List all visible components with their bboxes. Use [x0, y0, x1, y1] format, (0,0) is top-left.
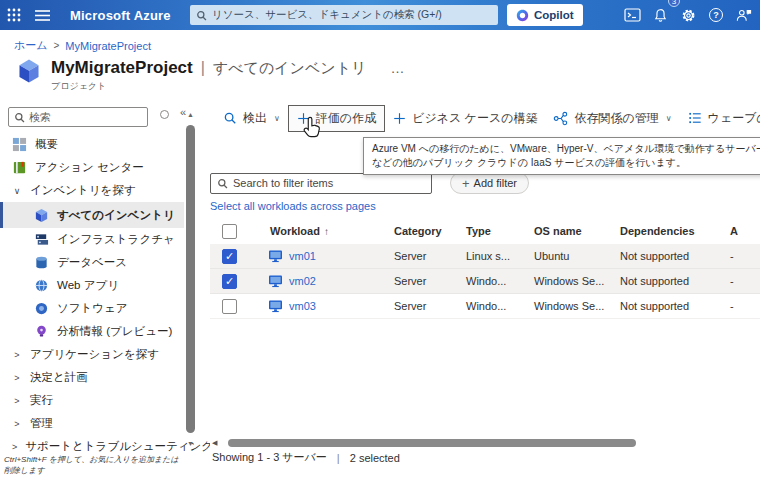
resource-type-label: プロジェクト [51, 80, 404, 93]
nav-item-label: 概要 [35, 137, 58, 152]
title-separator: | [201, 59, 205, 77]
discover-button[interactable]: 検出 ∨ [215, 106, 288, 131]
column-header-workload[interactable]: Workload [270, 225, 320, 237]
copilot-label: Copilot [534, 9, 574, 21]
cell-type: Linux s... [466, 250, 534, 262]
command-label: ビジネス ケースの構築 [412, 110, 537, 127]
nav-item-insights[interactable]: 分析情報 (プレビュー) [0, 320, 184, 343]
column-header-assessment[interactable]: A [730, 225, 760, 237]
build-business-case-button[interactable]: ビジネス ケースの構築 [385, 106, 545, 131]
notifications-bell-icon[interactable]: 3 [646, 0, 674, 30]
scroll-down-arrow-icon[interactable]: ▼ [186, 440, 195, 447]
workload-link[interactable]: vm02 [289, 275, 316, 287]
topbar-actions: 3 ? [618, 0, 758, 30]
nav-item-label: サポートとトラブルシューティング [25, 439, 213, 454]
cell-assessment: - [730, 250, 760, 262]
workload-link[interactable]: vm03 [289, 300, 316, 312]
cell-type: Windo... [466, 275, 534, 287]
nav-search-input[interactable]: 検索 [8, 107, 148, 127]
table-status-bar: Showing 1 - 3 サーバー | 2 selected [212, 450, 400, 465]
scroll-up-arrow-icon[interactable]: ▲ [186, 111, 195, 118]
select-all-checkbox[interactable] [222, 224, 237, 239]
create-assessment-button[interactable]: 評価の作成 [288, 105, 385, 132]
chevron-right-icon: > [12, 396, 22, 406]
cell-assessment: - [730, 275, 760, 287]
copilot-icon [516, 9, 529, 22]
nav-item-infrastructure[interactable]: インフラストラクチャ [0, 228, 184, 251]
cell-category: Server [394, 275, 466, 287]
brand-title[interactable]: Microsoft Azure [70, 8, 171, 23]
software-icon [34, 301, 49, 316]
hamburger-menu-icon[interactable] [28, 0, 56, 30]
vm-icon [268, 250, 283, 263]
sidebar-scrollbar-thumb[interactable] [186, 125, 195, 433]
nav-item-action-center[interactable]: アクション センター [0, 156, 184, 179]
column-header-category[interactable]: Category [394, 225, 466, 237]
workload-link[interactable]: vm01 [289, 250, 316, 262]
cloud-shell-icon[interactable] [618, 0, 646, 30]
inventory-cube-icon [34, 208, 49, 223]
nav-pin-icon[interactable] [160, 110, 169, 119]
nav-item-label: すべてのインベントリ [57, 208, 175, 223]
page-header: MyMigrateProject | すべてのインベントリ … プロジェクト [16, 58, 404, 93]
more-menu-icon[interactable]: … [390, 60, 404, 76]
table-row[interactable]: vm01 Server Linux s... Ubuntu Not suppor… [210, 244, 760, 269]
copilot-button[interactable]: Copilot [507, 4, 583, 26]
add-filter-button[interactable]: + Add filter [450, 172, 529, 194]
chevron-right-icon: > [12, 350, 22, 360]
cell-category: Server [394, 250, 466, 262]
nav-item-overview[interactable]: 概要 [0, 133, 184, 156]
cell-category: Server [394, 300, 466, 312]
scroll-left-arrow-icon[interactable]: ◀ [212, 439, 217, 447]
create-wave-button[interactable]: ウェーブの作成 [680, 106, 760, 131]
column-header-os-name[interactable]: OS name [534, 225, 620, 237]
nav-item-list: 概要 アクション センター ∨ インベントリを探す すべてのインベントリ インフ… [0, 133, 184, 458]
breadcrumb-home-link[interactable]: ホーム [14, 38, 48, 53]
table-header-row: Workload ↑ Category Type OS name Depende… [210, 218, 760, 244]
manage-dependencies-button[interactable]: 依存関係の管理 ∨ [545, 106, 679, 131]
chevron-right-icon: > [12, 442, 17, 452]
sidebar-scrollbar[interactable]: ▲ ▼ [186, 113, 195, 447]
database-icon [34, 255, 49, 270]
nav-item-web-apps[interactable]: Web アプリ [0, 274, 184, 297]
row-checkbox[interactable] [222, 299, 237, 314]
nav-group-manage[interactable]: > 管理 [0, 412, 184, 435]
search-icon [14, 112, 25, 123]
nav-item-all-inventory[interactable]: すべてのインベントリ [0, 202, 184, 228]
favorites-shortcut-hint: Ctrl+Shift+F を押して、お気に入りを追加または削除します [4, 455, 186, 476]
scrollbar-thumb[interactable] [228, 439, 636, 447]
cell-dependencies: Not supported [620, 250, 730, 262]
row-checkbox[interactable] [222, 274, 237, 289]
table-row[interactable]: vm02 Server Windo... Windows Se... Not s… [210, 269, 760, 294]
nav-group-explore-inventory[interactable]: ∨ インベントリを探す [0, 179, 184, 202]
column-header-dependencies[interactable]: Dependencies [620, 225, 730, 237]
chevron-right-icon: > [12, 419, 22, 429]
table-horizontal-scrollbar[interactable]: ◀ [212, 438, 758, 448]
select-all-workloads-link[interactable]: Select all workloads across pages [210, 200, 376, 212]
plus-icon [393, 112, 406, 125]
nav-item-databases[interactable]: データベース [0, 251, 184, 274]
waffle-menu-icon[interactable] [0, 0, 28, 30]
nav-group-explore-applications[interactable]: > アプリケーションを探す [0, 343, 184, 366]
nav-group-execute[interactable]: > 実行 [0, 389, 184, 412]
scrollbar-track[interactable] [220, 439, 758, 447]
help-icon[interactable]: ? [702, 0, 730, 30]
nav-item-label: 管理 [30, 416, 53, 431]
filter-search-input[interactable]: Search to filter items [210, 173, 432, 194]
azure-top-bar: Microsoft Azure リソース、サービス、ドキュメントの検索 (G+/… [0, 0, 760, 30]
nav-item-label: ソフトウェア [57, 301, 128, 316]
discover-search-icon [223, 111, 237, 125]
feedback-icon[interactable] [730, 0, 758, 30]
cell-type: Windo... [466, 300, 534, 312]
add-filter-label: Add filter [474, 177, 517, 189]
chevron-down-icon: ∨ [666, 114, 672, 123]
global-search-input[interactable]: リソース、サービス、ドキュメントの検索 (G+/) [190, 5, 498, 25]
row-checkbox[interactable] [222, 249, 237, 264]
table-row[interactable]: vm03 Server Windo... Windows Se... Not s… [210, 294, 760, 319]
command-label: ウェーブの作成 [708, 110, 760, 127]
command-label: 評価の作成 [316, 110, 376, 127]
nav-item-software[interactable]: ソフトウェア [0, 297, 184, 320]
nav-group-decide-and-plan[interactable]: > 決定と計画 [0, 366, 184, 389]
breadcrumb-current-link[interactable]: MyMigrateProject [65, 40, 151, 52]
column-header-type[interactable]: Type [466, 225, 534, 237]
